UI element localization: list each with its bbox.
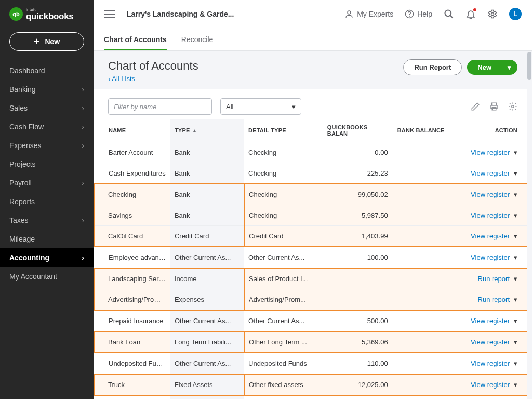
filter-type-select[interactable]: All ▾ [220,98,301,115]
col-qb-balance-header[interactable]: QUICKBOOKS BALAN [323,119,393,142]
action-link-label: View register [471,211,510,219]
table-row: Employee advancesOther Current As...Othe… [94,247,532,268]
cell-type: Bank [170,184,244,205]
cell-name: Savings [94,205,170,226]
search-icon[interactable] [444,9,454,19]
content: Chart of Accounts ‹ All Lists Run Report… [94,51,532,399]
settings-icon[interactable] [508,102,517,111]
sidebar-item-label: My Accountant [9,272,57,281]
view-register-link[interactable]: View register▾ [471,254,517,261]
run-report-link[interactable]: Run report▾ [478,296,517,303]
tab-reconcile[interactable]: Reconcile [181,28,213,50]
sidebar-item-dashboard[interactable]: Dashboard [0,61,94,80]
sidebar-item-cash-flow[interactable]: Cash Flow› [0,117,94,136]
col-type-header[interactable]: TYPE▲ [170,119,244,142]
tab-chart-of-accounts[interactable]: Chart of Accounts [104,28,167,50]
chevron-down-icon[interactable]: ▾ [514,169,517,177]
col-name-header[interactable]: NAME [94,119,170,142]
chevron-down-icon[interactable]: ▾ [514,360,517,367]
action-link-label: View register [471,232,510,240]
sidebar-item-my-accountant[interactable]: My Accountant [0,267,94,286]
sidebar-item-label: Expenses [9,141,41,150]
back-link[interactable]: ‹ All Lists [108,75,198,83]
sidebar-item-payroll[interactable]: Payroll› [0,174,94,192]
cell-name: Checking [94,184,170,205]
notifications-icon[interactable] [466,9,476,19]
cell-type: Fixed Assets [170,374,244,395]
view-register-link[interactable]: View register▾ [471,317,517,325]
filter-name-input[interactable] [108,98,212,115]
view-register-link[interactable]: View register▾ [471,149,517,156]
chevron-right-icon: › [82,179,84,187]
help-icon [405,9,414,19]
chevron-down-icon[interactable]: ▾ [514,232,517,240]
help-link[interactable]: Help [405,9,432,19]
brand-logo[interactable]: qb intuit quickbooks [0,0,94,32]
chevron-down-icon[interactable]: ▾ [514,211,517,219]
cell-type: Long Term Liabili... [170,331,244,353]
view-register-link[interactable]: View register▾ [471,360,517,367]
run-report-link[interactable]: Run report▾ [478,275,517,283]
view-register-link[interactable]: View register▾ [471,232,517,240]
chevron-down-icon[interactable]: ▾ [514,254,517,261]
chevron-down-icon[interactable]: ▾ [514,381,517,389]
action-link-label: View register [471,360,510,367]
chevron-down-icon[interactable]: ▾ [514,317,517,325]
chevron-down-icon[interactable]: ▾ [514,149,517,156]
edit-icon[interactable] [471,102,480,111]
svg-line-4 [450,15,453,18]
sidebar-item-taxes[interactable]: Taxes› [0,211,94,230]
view-register-link[interactable]: View register▾ [471,211,517,219]
cell-qb-balance: -1,725.00 [323,395,393,399]
cell-action: View register▾ [450,247,532,268]
new-account-button[interactable]: New ▾ [467,60,517,75]
cell-type: Other Current As... [170,353,244,374]
col-detail-header[interactable]: DETAIL TYPE [244,119,323,142]
chevron-down-icon[interactable]: ▾ [501,60,517,75]
cell-action: View register▾ [450,374,532,395]
cell-name: Bank Loan [94,331,170,353]
page-header: Chart of Accounts ‹ All Lists Run Report… [94,51,532,89]
cell-name: Truck [94,374,170,395]
chevron-down-icon[interactable]: ▾ [514,191,517,198]
cell-bank-balance [393,163,451,184]
scrollbar[interactable] [527,51,532,399]
cell-qb-balance: 5,369.06 [323,331,393,353]
print-icon[interactable] [489,102,499,111]
plus-icon: + [34,36,40,47]
sidebar-item-banking[interactable]: Banking› [0,80,94,99]
view-register-link[interactable]: View register▾ [471,191,517,198]
cell-qb-balance: 12,025.00 [323,374,393,395]
view-register-link[interactable]: View register▾ [471,381,517,389]
view-register-link[interactable]: View register▾ [471,338,517,346]
my-experts-link[interactable]: My Experts [344,9,393,19]
sidebar-item-reports[interactable]: Reports [0,192,94,211]
action-link-label: View register [471,317,510,325]
table-row: Barter AccountBankChecking0.00View regis… [94,142,532,163]
sidebar-item-sales[interactable]: Sales› [0,99,94,117]
col-bank-balance-header[interactable]: BANK BALANCE [393,119,451,142]
table-row: CalOil CardCredit CardCredit Card1,403.9… [94,226,532,247]
menu-icon[interactable] [104,10,115,18]
sidebar-item-mileage[interactable]: Mileage [0,230,94,248]
company-name[interactable]: Larry's Landscaping & Garde... [127,10,337,18]
cell-qb-balance: 5,987.50 [323,205,393,226]
expert-icon [344,9,354,19]
table-row: CheckingBankChecking99,050.02View regist… [94,184,532,205]
avatar[interactable]: L [509,8,522,20]
cell-type: Bank [170,142,244,163]
sidebar-item-label: Projects [9,160,36,168]
new-button[interactable]: + New [9,32,84,51]
cell-detail: Sales of Product I... [244,268,323,289]
cell-action: View register▾ [450,184,532,205]
chevron-right-icon: › [82,123,84,131]
sidebar-item-accounting[interactable]: Accounting› [0,248,94,267]
view-register-link[interactable]: View register▾ [471,169,517,177]
sidebar-item-projects[interactable]: Projects [0,155,94,174]
chevron-down-icon[interactable]: ▾ [514,275,517,283]
chevron-down-icon[interactable]: ▾ [514,338,517,346]
run-report-button[interactable]: Run Report [403,59,462,75]
sidebar-item-expenses[interactable]: Expenses› [0,136,94,155]
chevron-down-icon[interactable]: ▾ [514,296,517,303]
settings-icon[interactable] [487,9,498,19]
